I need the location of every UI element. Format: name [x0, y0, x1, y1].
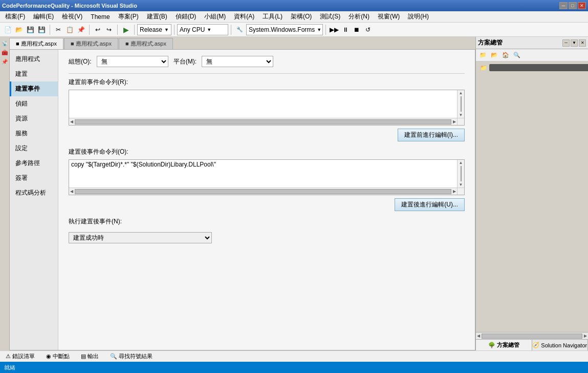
menu-team[interactable]: 小組(M) — [200, 11, 230, 22]
error-list-tab[interactable]: ⚠ 錯誤清單 — [2, 351, 38, 362]
sol-search-button[interactable]: 🔍 — [512, 50, 522, 60]
post-build-vscrollbar[interactable]: ▲ ▼ — [457, 160, 464, 188]
nav-reference-paths[interactable]: 參考路徑 — [10, 156, 58, 171]
sol-home-button[interactable]: 🏠 — [500, 50, 511, 60]
debug-start-button[interactable]: ▶▶ — [329, 24, 340, 35]
panel-pin-button[interactable]: ─ — [562, 39, 570, 47]
nav-code-analysis[interactable]: 程式碼分析 — [10, 185, 58, 200]
menu-edit[interactable]: 編輯(E) — [29, 11, 58, 22]
nav-signing[interactable]: 簽署 — [10, 171, 58, 185]
pre-build-hscrollbar[interactable]: ◀ ▶ — [69, 118, 457, 125]
breakpoints-label: 中斷點 — [53, 353, 70, 360]
start-icon[interactable]: 🔧 — [234, 24, 245, 35]
redo-button[interactable]: ↪ — [103, 24, 115, 35]
pre-build-hthumb[interactable] — [75, 119, 451, 125]
pre-build-scroll-up[interactable]: ▲ — [458, 90, 464, 96]
cut-button[interactable]: ✂ — [53, 24, 64, 35]
debug-restart-button[interactable]: ↺ — [362, 24, 374, 35]
post-build-hscrollbar[interactable]: ◀ ▶ — [69, 188, 457, 195]
pre-build-textarea[interactable] — [69, 90, 457, 119]
solution-hthumb[interactable] — [482, 334, 582, 339]
post-build-textarea[interactable] — [69, 160, 457, 189]
tab-0[interactable]: ■ 應用程式.aspx — [9, 38, 63, 49]
framework-dropdown[interactable]: System.Windows.Forms ▼ — [246, 24, 323, 35]
copy-button[interactable]: 📋 — [64, 24, 75, 35]
post-build-hthumb[interactable] — [75, 189, 451, 194]
breakpoints-tab[interactable]: ◉ 中斷點 — [42, 351, 73, 362]
post-build-scroll-left[interactable]: ◀ — [69, 189, 74, 194]
find-symbol-tab[interactable]: 🔍 尋找符號結果 — [106, 351, 156, 362]
minimize-button[interactable]: ─ — [559, 2, 568, 9]
tab-1[interactable]: ■ 應用程式.aspx — [64, 38, 118, 49]
pre-build-scroll-left[interactable]: ◀ — [69, 119, 74, 125]
solution-hscrollbar[interactable]: ◀ ▶ — [476, 332, 588, 339]
nav-debug[interactable]: 偵錯 — [10, 96, 58, 111]
post-build-vthumb[interactable] — [461, 166, 462, 181]
post-build-scroll-right[interactable]: ▶ — [452, 189, 457, 194]
server-explorer-icon[interactable]: 📡 — [1, 39, 9, 47]
sol-back-button[interactable]: 📁 — [478, 50, 488, 60]
menu-build[interactable]: 建置(B) — [143, 11, 171, 22]
menu-test[interactable]: 測試(S) — [316, 11, 344, 22]
run-button[interactable]: ▶ — [120, 24, 132, 35]
output-icon: ▤ — [81, 353, 86, 360]
nav-application[interactable]: 應用程式 — [10, 52, 58, 67]
solution-navigator-tab[interactable]: 🧭 Solution Navigator — [532, 340, 589, 350]
menu-debug[interactable]: 偵錯(D) — [171, 11, 201, 22]
solution-explorer-tab[interactable]: 🌳 方案總管 — [476, 340, 532, 350]
output-tab[interactable]: ▤ 輸出 — [77, 351, 102, 362]
new-file-button[interactable]: 📄 — [2, 24, 13, 35]
solution-scroll-left[interactable]: ◀ — [476, 333, 481, 339]
solution-toolbar: 📁 📂 🏠 🔍 — [476, 49, 588, 61]
pre-build-scroll-down[interactable]: ▼ — [458, 112, 464, 118]
undo-button[interactable]: ↩ — [92, 24, 103, 35]
solution-scroll-right[interactable]: ▶ — [583, 333, 588, 339]
menu-data[interactable]: 資料(A) — [230, 11, 258, 22]
run-event-select[interactable]: 建置成功時 — [69, 232, 212, 243]
menu-help[interactable]: 說明(H) — [404, 11, 433, 22]
platform-select[interactable]: 無 — [202, 56, 273, 67]
nav-resources[interactable]: 資源 — [10, 111, 58, 126]
save-button[interactable]: 💾 — [25, 24, 36, 35]
platform-dropdown[interactable]: Any CPU ▼ — [177, 24, 228, 35]
menu-theme[interactable]: Theme — [86, 12, 114, 22]
post-build-edit-button[interactable]: 建置後進行編輯(U)... — [395, 198, 465, 211]
post-build-scroll-up[interactable]: ▲ — [458, 160, 464, 165]
menu-analyze[interactable]: 分析(N) — [344, 11, 374, 22]
panel-down-button[interactable]: ▼ — [571, 39, 578, 47]
paste-button[interactable]: 📌 — [75, 24, 86, 35]
save-all-button[interactable]: 💾 — [36, 24, 47, 35]
menu-file[interactable]: 檔案(F) — [1, 11, 29, 22]
pin-icon[interactable]: 📌 — [1, 57, 9, 66]
nav-build[interactable]: 建置 — [10, 67, 58, 81]
config-select[interactable]: 無 — [97, 56, 168, 67]
nav-settings[interactable]: 設定 — [10, 141, 58, 156]
menu-arch[interactable]: 架構(O) — [287, 11, 316, 22]
editor-content: 應用程式 建置 建置事件 偵錯 資源 服務 設定 參考路徑 簽署 程式碼分析 組… — [9, 49, 475, 350]
edit-toolbar-group: ✂ 📋 📌 — [53, 24, 86, 35]
menu-view[interactable]: 檢視(V) — [58, 11, 86, 22]
configuration-dropdown[interactable]: Release ▼ — [137, 24, 171, 35]
debug-pause-button[interactable]: ⏸ — [340, 24, 351, 35]
close-button[interactable]: ✕ — [578, 2, 586, 9]
menu-tools[interactable]: 工具(L) — [258, 11, 287, 22]
maximize-button[interactable]: □ — [569, 2, 577, 9]
menu-project[interactable]: 專案(P) — [114, 11, 143, 22]
open-file-button[interactable]: 📂 — [13, 24, 25, 35]
pre-build-edit-button[interactable]: 建置前進行編輯(I)... — [398, 129, 465, 141]
post-build-scroll-down[interactable]: ▼ — [458, 182, 464, 188]
nav-services[interactable]: 服務 — [10, 126, 58, 141]
menu-window[interactable]: 視窗(W) — [374, 11, 404, 22]
pre-build-vscrollbar[interactable]: ▲ ▼ — [457, 90, 464, 118]
toolbar: 📄 📂 💾 💾 ✂ 📋 📌 ↩ ↪ ▶ Release ▼ Any CPU ▼ … — [0, 23, 588, 37]
nav-build-events[interactable]: 建置事件 — [10, 81, 58, 96]
framework-arrow-icon: ▼ — [317, 27, 321, 32]
tab-2[interactable]: ■ 應用程式.aspx — [119, 38, 173, 49]
debug-stop-button[interactable]: ⏹ — [351, 24, 362, 35]
toolbox-icon[interactable]: 🧰 — [1, 48, 9, 56]
solution-root-item[interactable]: 📁 — [478, 64, 586, 72]
sol-forward-button[interactable]: 📂 — [489, 50, 499, 60]
pre-build-scroll-right[interactable]: ▶ — [452, 119, 457, 125]
panel-close-button[interactable]: ✕ — [579, 39, 586, 47]
pre-build-vthumb[interactable] — [461, 96, 462, 112]
